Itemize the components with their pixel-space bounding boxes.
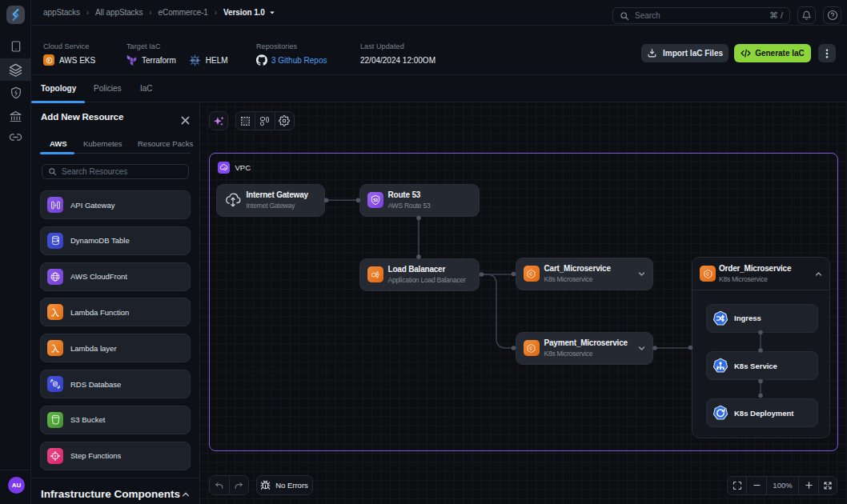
svg-text:53: 53 — [373, 198, 378, 202]
svg-text:HELM: HELM — [191, 58, 199, 62]
